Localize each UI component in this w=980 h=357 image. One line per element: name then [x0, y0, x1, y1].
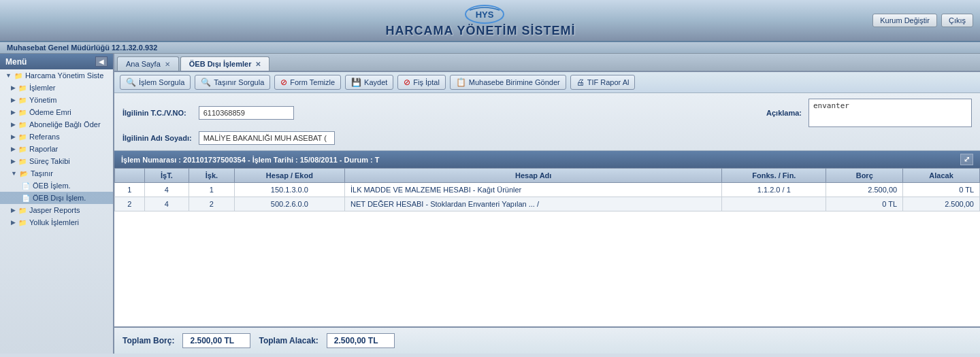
- col-hesap-adi: Hesap Adı: [345, 169, 722, 183]
- sidebar-item-oeb-disi-islem[interactable]: 📄ÖEB Dışı İşlem.: [0, 192, 113, 204]
- toplam-borc-value: 2.500,00 TL: [182, 333, 250, 348]
- top-bar: HYS HARCAMA YÖNETİM SİSTEMİ Kurum Değişt…: [0, 0, 980, 42]
- cell-row1-col2: 2: [189, 197, 235, 211]
- transaction-bar: İşlem Numarası : 201101737500354 - İşlem…: [114, 151, 980, 168]
- arrow-icon-odeme-emri: ▶: [11, 109, 16, 116]
- ad-input[interactable]: [199, 131, 335, 145]
- sidebar-item-abonelik-bagli-oder[interactable]: ▶📁Aboneliğe Bağlı Öder: [0, 118, 113, 131]
- tif-rapor-button[interactable]: 🖨 TIF Rapor Al: [570, 75, 636, 90]
- col-alacak: Alacak: [903, 169, 980, 183]
- sidebar-tree: ▼📁Harcama Yönetim Siste▶📁İşlemler▶📁Yönet…: [0, 69, 113, 228]
- sidebar-label-odeme-emri: Ödeme Emri: [29, 108, 71, 116]
- arrow-icon-jasper-reports: ▶: [11, 207, 16, 214]
- sidebar-item-raporlar[interactable]: ▶📁Raporlar: [0, 143, 113, 155]
- tab-ana-sayfa[interactable]: Ana Sayfa ✕: [117, 56, 179, 71]
- table-container: İşT. İşk. Hesap / Ekod Hesap Adı Fonks. …: [114, 168, 980, 326]
- sidebar-label-surec-takibi: Süreç Takibi: [29, 157, 70, 165]
- tasinir-sorgula-label: Taşınır Sorgula: [214, 78, 264, 86]
- kaydet-button[interactable]: 💾 Kaydet: [345, 75, 393, 90]
- item-icon-islemler: 📁: [18, 84, 27, 92]
- tab-ana-sayfa-label: Ana Sayfa: [126, 60, 161, 68]
- sidebar-label-yonetim: Yönetim: [29, 96, 56, 104]
- form-temizle-button[interactable]: ⊘ Form Temizle: [274, 75, 341, 90]
- top-right-buttons: Kurum Değiştir Çıkış: [872, 14, 973, 27]
- tif-rapor-icon: 🖨: [576, 78, 585, 87]
- toplam-borc-label: Toplam Borç:: [122, 336, 174, 345]
- sidebar-item-oeb-islem[interactable]: 📄ÖEB İşlem.: [0, 180, 113, 192]
- sidebar-item-jasper-reports[interactable]: ▶📁Jasper Reports: [0, 204, 113, 216]
- main-layout: Menü ◀ ▼📁Harcama Yönetim Siste▶📁İşlemler…: [0, 54, 980, 354]
- sidebar-item-yolluk-islemleri[interactable]: ▶📁Yolluk İşlemleri: [0, 216, 113, 228]
- form-temizle-label: Form Temizle: [290, 78, 335, 86]
- col-borc: Borç: [826, 169, 903, 183]
- transaction-info: İşlem Numarası : 201101737500354 - İşlem…: [121, 156, 380, 164]
- tasinir-sorgula-icon: 🔍: [201, 78, 211, 87]
- tab-ana-sayfa-close[interactable]: ✕: [165, 61, 170, 68]
- sidebar-label-referans: Referans: [29, 133, 60, 141]
- change-institution-button[interactable]: Kurum Değiştir: [872, 14, 937, 27]
- sidebar-label-oeb-disi-islem: ÖEB Dışı İşlem.: [33, 194, 86, 202]
- col-empty: [115, 169, 145, 183]
- sidebar: Menü ◀ ▼📁Harcama Yönetim Siste▶📁İşlemler…: [0, 54, 114, 354]
- menu-label: Menü: [5, 57, 27, 67]
- sidebar-item-harcama-yonetim[interactable]: ▼📁Harcama Yönetim Siste: [0, 69, 113, 82]
- logo-area: HYS HARCAMA YÖNETİM SİSTEMİ: [88, 3, 872, 38]
- muhasebe-gonder-icon: 📋: [456, 78, 466, 87]
- arrow-icon-harcama-yonetim: ▼: [5, 72, 12, 79]
- sidebar-label-yolluk-islemleri: Yolluk İşlemleri: [29, 218, 79, 226]
- sidebar-label-harcama-yonetim: Harcama Yönetim Siste: [25, 71, 103, 80]
- aciklama-label: Açıklama:: [766, 109, 802, 117]
- item-icon-harcama-yonetim: 📁: [14, 72, 22, 80]
- cell-row1-col0: 2: [115, 197, 145, 211]
- tc-input[interactable]: [199, 106, 294, 120]
- logo-icon: HYS: [464, 3, 497, 22]
- cell-row1-col4: NET DEĞER HESABI - Stoklardan Envanteri …: [345, 197, 722, 211]
- arrow-icon-tasinir: ▼: [11, 170, 17, 177]
- exit-button[interactable]: Çıkış: [941, 14, 973, 27]
- islem-sorgula-button[interactable]: 🔍 İşlem Sorgula: [120, 75, 191, 90]
- tab-oeb-disi-islemler[interactable]: ÖEB Dışı İşlemler ✕: [180, 56, 270, 71]
- menu-collapse-button[interactable]: ◀: [95, 56, 108, 67]
- sidebar-item-tasinir[interactable]: ▼📂Taşınır: [0, 167, 113, 180]
- toplam-alacak-label: Toplam Alacak:: [259, 336, 318, 345]
- muhasebe-gonder-button[interactable]: 📋 Muhasebe Birimine Gönder: [450, 75, 566, 90]
- cell-row0-col3: 150.1.3.0.0: [234, 183, 344, 197]
- tabs-bar: Ana Sayfa ✕ ÖEB Dışı İşlemler ✕: [114, 54, 980, 72]
- item-icon-jasper-reports: 📁: [18, 207, 27, 214]
- app-title: HARCAMA YÖNETİM SİSTEMİ: [386, 24, 576, 38]
- transaction-expand-icon[interactable]: ⤢: [960, 154, 973, 165]
- sidebar-item-yonetim[interactable]: ▶📁Yönetim: [0, 94, 113, 106]
- fis-iptal-label: Fiş İptal: [413, 78, 440, 86]
- arrow-icon-yolluk-islemleri: ▶: [11, 219, 16, 226]
- sidebar-item-surec-takibi[interactable]: ▶📁Süreç Takibi: [0, 155, 113, 167]
- item-icon-oeb-islem: 📄: [22, 182, 30, 190]
- item-icon-odeme-emri: 📁: [18, 109, 27, 116]
- item-icon-yolluk-islemleri: 📁: [18, 219, 27, 226]
- col-ist: İşT.: [144, 169, 189, 183]
- sidebar-item-islemler[interactable]: ▶📁İşlemler: [0, 82, 113, 94]
- cell-row0-col0: 1: [115, 183, 145, 197]
- sidebar-label-jasper-reports: Jasper Reports: [29, 206, 80, 214]
- table-row[interactable]: 242500.2.6.0.0NET DEĞER HESABI - Stoklar…: [115, 197, 980, 211]
- sidebar-item-referans[interactable]: ▶📁Referans: [0, 131, 113, 143]
- col-hesap-ekod: Hesap / Ekod: [234, 169, 344, 183]
- toolbar: 🔍 İşlem Sorgula 🔍 Taşınır Sorgula ⊘ Form…: [114, 72, 980, 93]
- table-row[interactable]: 141150.1.3.0.0İLK MADDE VE MALZEME HESAB…: [115, 183, 980, 197]
- tasinir-sorgula-button[interactable]: 🔍 Taşınır Sorgula: [195, 75, 270, 90]
- tab-oeb-disi-label: ÖEB Dışı İşlemler: [189, 60, 252, 68]
- islem-sorgula-label: İşlem Sorgula: [139, 78, 184, 86]
- sidebar-item-odeme-emri[interactable]: ▶📁Ödeme Emri: [0, 106, 113, 118]
- arrow-icon-yonetim: ▶: [11, 97, 16, 103]
- aciklama-input[interactable]: envanter: [808, 99, 972, 127]
- toplam-alacak-value: 2.500,00 TL: [327, 333, 395, 348]
- tab-oeb-disi-close[interactable]: ✕: [255, 61, 261, 68]
- fis-iptal-button[interactable]: ⊘ Fiş İptal: [397, 75, 446, 90]
- muhasebe-gonder-label: Muhasebe Birimine Gönder: [469, 78, 560, 86]
- cell-row1-col6: 0 TL: [826, 197, 903, 211]
- arrow-icon-surec-takibi: ▶: [11, 158, 16, 165]
- cell-row1-col3: 500.2.6.0.0: [234, 197, 344, 211]
- cell-row0-col7: 0 TL: [903, 183, 980, 197]
- cell-row0-col1: 4: [144, 183, 189, 197]
- institution-bar: Muhasebat Genel Müdürlüğü 12.1.32.0.932: [0, 42, 980, 54]
- col-fonks-fin: Fonks. / Fin.: [722, 169, 826, 183]
